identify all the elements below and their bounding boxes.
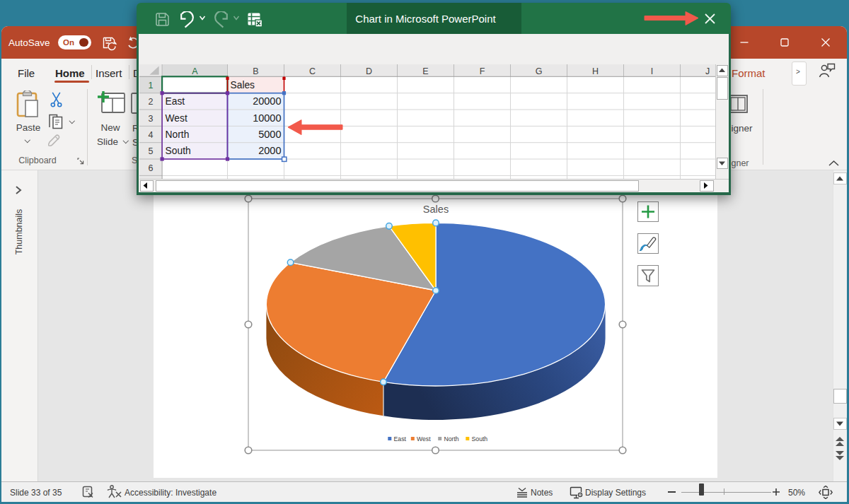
svg-text:E: E (422, 66, 428, 76)
svg-text:East: East (165, 96, 185, 107)
svg-text:A: A (192, 66, 198, 76)
svg-text:North: North (165, 129, 189, 140)
svg-text:North: North (444, 435, 458, 443)
svg-text:D: D (365, 66, 371, 76)
svg-text:C: C (308, 66, 315, 76)
svg-text:20000: 20000 (253, 95, 281, 107)
svg-text:2000: 2000 (258, 145, 281, 156)
svg-text:East: East (394, 435, 407, 443)
svg-text:I: I (650, 66, 652, 76)
svg-text:B: B (253, 66, 258, 76)
svg-text:F: F (479, 66, 485, 76)
svg-text:Sales: Sales (423, 204, 449, 215)
svg-text:2: 2 (148, 97, 153, 107)
svg-text:5000: 5000 (258, 129, 281, 140)
svg-text:J: J (705, 66, 709, 76)
svg-text:5: 5 (148, 146, 153, 156)
svg-text:Sales: Sales (230, 80, 255, 90)
svg-text:G: G (535, 66, 542, 76)
svg-text:4: 4 (148, 130, 153, 140)
svg-text:West: West (165, 113, 187, 124)
svg-text:3: 3 (148, 114, 153, 124)
svg-text:H: H (591, 66, 598, 76)
svg-text:South: South (165, 146, 190, 156)
svg-text:West: West (417, 435, 431, 443)
svg-text:1: 1 (148, 81, 153, 90)
svg-text:10000: 10000 (253, 112, 281, 124)
svg-text:South: South (472, 435, 488, 443)
svg-text:6: 6 (148, 163, 153, 173)
